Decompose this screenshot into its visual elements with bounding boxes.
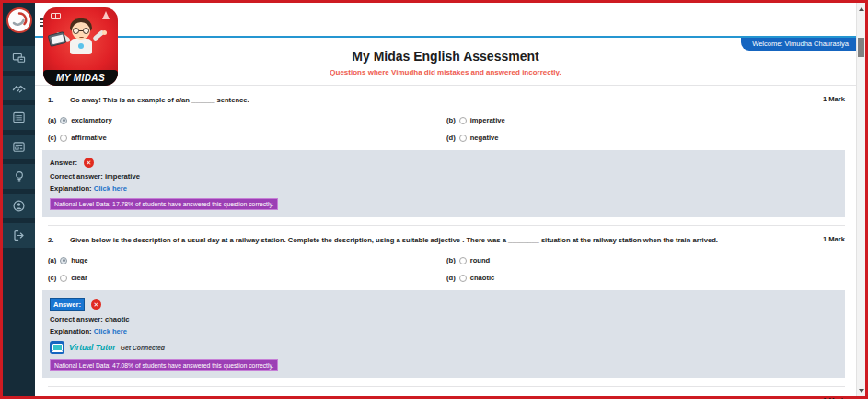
answer-label: Answer: [50,158,77,167]
question-marks: 1 Mark [823,95,845,103]
radio-button[interactable] [60,275,67,282]
question-2: 2. Given below is the description of a u… [48,235,845,378]
option-text: negative [470,134,499,142]
correct-answer-text: Correct answer: chaotic [50,315,838,323]
option-text: huge [71,256,87,264]
book-icon [51,13,61,19]
page-title: My Midas English Assessment [35,49,856,64]
option-label: (b) [446,256,456,264]
option-label: (d) [446,134,456,142]
subtitle-student-name: Vimudha [391,68,422,76]
option-label: (b) [446,116,456,124]
national-data-badge: National Level Data: 17.78% of students … [50,198,278,210]
scrollbar-thumb[interactable] [858,38,864,57]
wrong-answer-icon: ✕ [91,299,101,310]
radio-button[interactable] [60,257,67,264]
virtual-tutor-tagline: Get Connected [121,345,165,351]
virtual-tutor-icon [50,341,64,354]
assessment-page: Welcome: Vimudha Chaurasiya MY MIDAS [0,0,868,399]
radio-button[interactable] [60,135,67,142]
logout-icon [12,229,26,242]
welcome-banner: Welcome: Vimudha Chaurasiya [741,38,856,51]
subtitle-post: did mistakes and answered incorrectly. [422,68,561,76]
my-midas-logo: MY MIDAS [43,7,118,86]
option-b[interactable]: (b)round [446,256,845,264]
option-text: chaotic [470,274,495,282]
radio-button[interactable] [459,257,467,264]
divider [48,386,845,387]
sidebar [3,3,35,396]
option-text: imperative [470,116,505,124]
explanation-link[interactable]: Click here [94,327,127,335]
scrollbar [856,3,865,396]
options-grid: (a)exclamatory (b)imperative (c)affirmat… [48,116,845,142]
wrong-answer-icon: ✕ [84,158,94,168]
logo-text: MY MIDAS [56,73,105,83]
option-d[interactable]: (d)chaotic [446,274,845,282]
option-label: (c) [48,134,56,142]
question-number: 1. [48,95,70,105]
option-text: round [470,256,491,264]
compass-icon [102,11,110,19]
option-c[interactable]: (c)affirmative [48,134,446,142]
scroll-up-arrow-icon[interactable] [859,7,864,11]
question-marks: 1 Mark [823,235,845,243]
subtitle-pre: Questions where [330,68,391,76]
sidebar-item-handshake[interactable] [3,76,35,100]
news-table-icon [12,140,26,154]
answer-block: Answer: ✕ Correct answer: imperative Exp… [42,150,845,217]
lightbulb-icon [13,170,26,183]
option-label: (d) [446,274,456,282]
option-a[interactable]: (a)exclamatory [48,116,446,124]
radio-button[interactable] [459,135,467,142]
virtual-tutor-link[interactable]: Virtual Tutor Get Connected [50,341,838,354]
scroll-down-arrow-icon[interactable] [859,389,864,393]
question-text: Given below is the description of a usua… [70,235,823,245]
cartoon-face [72,22,90,40]
divider [48,225,845,226]
list-icon [12,111,26,124]
sidebar-item-profile[interactable] [3,194,35,218]
brand-logo-icon[interactable] [6,7,32,33]
options-grid: (a)huge (b)round (c)clear (d)chaotic [48,256,845,282]
option-label: (a) [48,116,56,124]
sidebar-item-list[interactable] [3,105,35,130]
logo-band: MY MIDAS [43,70,118,86]
my-midas-logo-art: MY MIDAS [43,7,118,86]
swoosh-logo-icon [9,10,29,30]
virtual-tutor-brand: Virtual Tutor [69,343,116,352]
option-text: affirmative [71,134,106,142]
correct-answer-text: Correct answer: imperative [50,172,838,181]
explanation-link[interactable]: Click here [94,184,127,193]
answer-block: Answer: ✕ Correct answer: chaotic Explan… [42,290,845,378]
screen-share-icon [12,52,26,65]
option-text: clear [71,274,87,282]
cartoon-hand [102,30,107,35]
option-b[interactable]: (b)imperative [446,116,845,124]
cartoon-tablet [48,31,67,47]
sidebar-item-ideas[interactable] [3,164,35,189]
sidebar-item-report[interactable] [3,135,35,159]
radio-button[interactable] [60,117,67,124]
question-number: 2. [48,235,70,245]
sidebar-item-logout[interactable] [3,223,35,248]
question-1: 1. Go away! This is an example of a/an _… [48,95,845,217]
option-label: (c) [48,274,56,282]
questions-list: 1. Go away! This is an example of a/an _… [35,86,856,399]
handshake-icon [12,82,27,95]
option-d[interactable]: (d)negative [446,134,845,142]
explanation-label: Explanation: [50,184,92,193]
option-label: (a) [48,256,56,264]
national-data-badge: National Level Data: 47.08% of students … [50,359,278,371]
topbar [35,3,856,38]
radio-button[interactable] [459,117,467,124]
sidebar-item-share-screen[interactable] [3,46,35,71]
option-text: exclamatory [71,116,111,124]
answer-label-highlighted: Answer: [50,298,85,311]
explanation-label: Explanation: [50,327,92,335]
profile-icon [12,199,26,213]
option-a[interactable]: (a)huge [48,256,446,264]
main-content: Welcome: Vimudha Chaurasiya MY MIDAS [35,3,856,396]
radio-button[interactable] [459,275,467,282]
option-c[interactable]: (c)clear [48,274,446,282]
